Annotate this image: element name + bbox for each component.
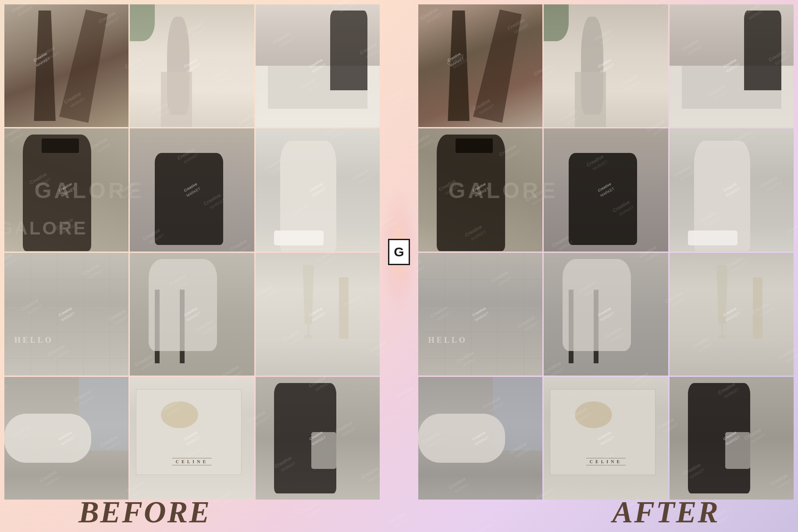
- cell-before-2: Creative MARKET: [130, 4, 254, 127]
- cell-after-10: Creative MARKET: [418, 377, 542, 500]
- logo-letter: G: [394, 245, 404, 259]
- center-divider: G: [380, 4, 418, 500]
- cell-after-6: Creative MARKET: [670, 128, 794, 251]
- cell-after-5: Creative MARKET: [544, 128, 668, 251]
- logo-box: G: [388, 239, 410, 265]
- left-panel: Creative MARKET Creative MARKET: [4, 4, 380, 500]
- after-label: AFTER: [613, 495, 720, 530]
- cell-before-3: Creative MARKET: [256, 4, 380, 127]
- cell-after-12: Creative MARKET: [670, 377, 794, 500]
- cell-before-4: GALORE Creative MARKET: [4, 128, 128, 251]
- cell-after-7: HELLO Creative MARKET: [418, 253, 542, 376]
- right-panel: Creative MARKET Creative MARKET: [418, 4, 794, 500]
- panels-wrapper: Creative MARKET Creative MARKET: [4, 4, 794, 500]
- bottom-bar: BEFORE AFTER: [0, 496, 798, 528]
- cell-before-5: Creative MARKET: [130, 128, 254, 251]
- cell-after-1: Creative MARKET: [418, 4, 542, 127]
- page-wrapper: Creative MARKET Creative MARKET: [0, 0, 798, 532]
- cell-after-2: Creative MARKET: [544, 4, 668, 127]
- cell-before-9: Creative MARKET: [256, 253, 380, 376]
- cell-before-10: Creative MARKET: [4, 377, 128, 500]
- cell-before-11: CELINE Creative MARKET: [130, 377, 254, 500]
- cell-before-1: Creative MARKET: [4, 4, 128, 127]
- cell-before-8: Creative MARKET: [130, 253, 254, 376]
- cell-after-11: CELINE Creative MARKET: [544, 377, 668, 500]
- cell-after-9: Creative MARKET: [670, 253, 794, 376]
- cell-before-12: Creative MARKET: [256, 377, 380, 500]
- cell-after-3: Creative MARKET: [670, 4, 794, 127]
- cell-after-8: Creative MARKET: [544, 253, 668, 376]
- cell-after-4: Creative MARKET: [418, 128, 542, 251]
- cell-before-6: Creative MARKET: [256, 128, 380, 251]
- before-label: BEFORE: [78, 495, 211, 530]
- cell-before-7: HELLO Creative MARKET: [4, 253, 128, 376]
